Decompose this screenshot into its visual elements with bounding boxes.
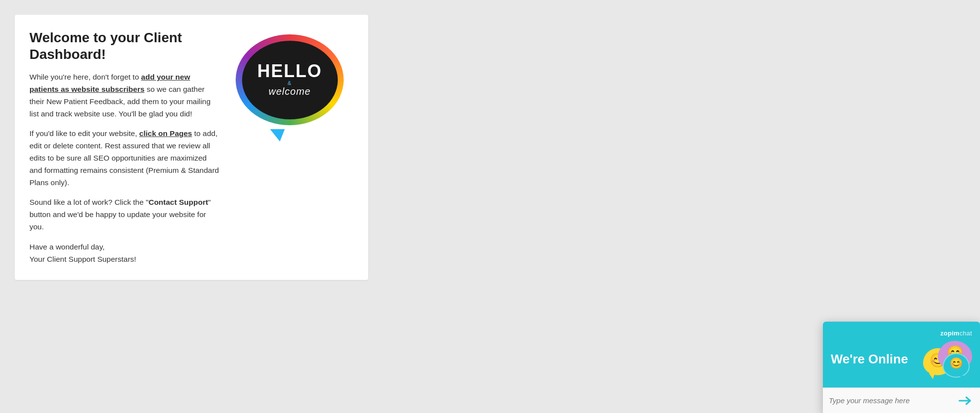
- para3-pre: Sound like a lot of work? Click the ": [29, 198, 148, 206]
- welcome-text: Welcome to your Client Dashboard! While …: [29, 29, 221, 265]
- main-content: Welcome to your Client Dashboard! While …: [0, 0, 383, 295]
- ampersand-text: &: [288, 80, 292, 86]
- paragraph-1: While you're here, don't forget to add y…: [29, 71, 221, 120]
- paragraph-4: Have a wonderful day, Your Client Suppor…: [29, 241, 221, 266]
- chat-online-row: We're Online: [831, 341, 972, 378]
- paragraph-2: If you'd like to edit your website, clic…: [29, 128, 221, 189]
- chat-brand: zopimchat: [831, 330, 972, 337]
- online-status-text: We're Online: [831, 352, 908, 367]
- para2-post: to add, edit or delete content. Rest ass…: [29, 129, 219, 186]
- emoji-teal: [943, 353, 970, 378]
- send-arrow-icon: [958, 396, 972, 406]
- zopim-label: zopim: [940, 330, 959, 337]
- hello-welcome-bubble: HELLO & welcome: [236, 34, 349, 133]
- para2-pre: If you'd like to edit your website,: [29, 129, 139, 138]
- chat-widget: zopimchat We're Online: [823, 322, 980, 413]
- contact-support-bold: Contact Support: [148, 198, 208, 206]
- chat-send-button[interactable]: [956, 394, 974, 408]
- chat-input-row[interactable]: [823, 387, 980, 413]
- page-title: Welcome to your Client Dashboard!: [29, 29, 221, 62]
- greeting-line2: Your Client Support Superstars!: [29, 255, 136, 263]
- paragraph-3: Sound like a lot of work? Click the "Con…: [29, 196, 221, 233]
- welcome-card: Welcome to your Client Dashboard! While …: [15, 15, 368, 280]
- chat-emojis: [923, 341, 972, 378]
- welcome-body: While you're here, don't forget to add y…: [29, 71, 221, 265]
- welcome-image: HELLO & welcome: [231, 29, 354, 265]
- bubble-outer: HELLO & welcome: [236, 34, 344, 125]
- para1-pre: While you're here, don't forget to: [29, 73, 141, 81]
- chat-label: chat: [959, 330, 972, 337]
- click-pages-link[interactable]: click on Pages: [139, 129, 192, 138]
- chat-header: zopimchat We're Online: [823, 322, 980, 387]
- hello-text: HELLO: [257, 62, 322, 80]
- welcome-text-img: welcome: [269, 86, 311, 97]
- bubble-inner: HELLO & welcome: [242, 41, 338, 119]
- bubble-tail: [270, 129, 285, 141]
- greeting-line1: Have a wonderful day,: [29, 243, 105, 251]
- chat-message-input[interactable]: [829, 396, 956, 405]
